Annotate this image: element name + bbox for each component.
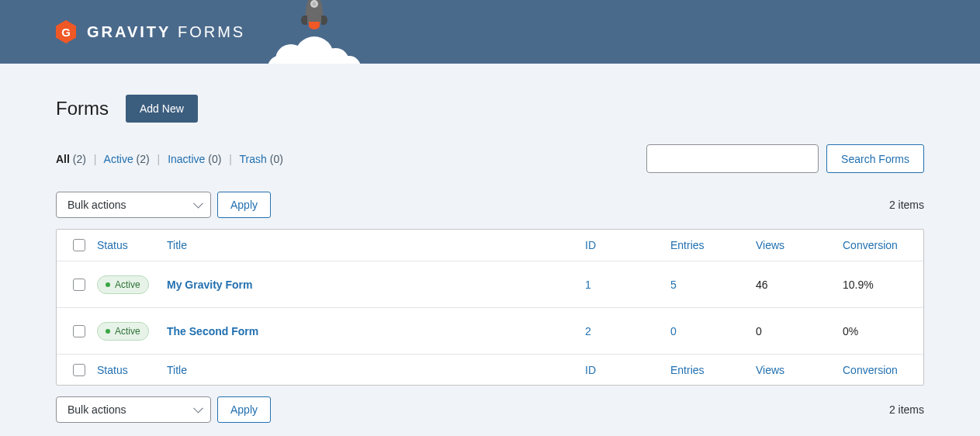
items-count: 2 items xyxy=(889,199,924,211)
filter-row: All (2) | Active (2) | Inactive (0) | Tr… xyxy=(56,144,924,173)
cloud-icon xyxy=(268,36,361,64)
footer-status[interactable]: Status xyxy=(92,364,162,376)
bulk-group: Bulk actions Apply xyxy=(56,192,271,218)
title-row: Forms Add New xyxy=(56,95,924,123)
brand-text-bold: GRAVITY xyxy=(87,23,171,40)
row-status-cell: Active xyxy=(92,322,162,341)
status-dot-icon xyxy=(106,329,110,334)
tab-active[interactable]: Active (2) xyxy=(104,153,150,165)
search-input[interactable] xyxy=(646,144,819,173)
tab-separator: | xyxy=(158,153,161,165)
row-views: 46 xyxy=(751,279,838,291)
bulk-select-wrap: Bulk actions xyxy=(56,396,211,423)
tab-trash[interactable]: Trash (0) xyxy=(240,153,283,165)
row-views: 0 xyxy=(751,325,838,337)
row-checkbox-cell xyxy=(66,279,92,291)
row-title[interactable]: My Gravity Form xyxy=(162,279,580,291)
row-entries[interactable]: 5 xyxy=(666,279,751,291)
footer-id[interactable]: ID xyxy=(580,364,666,376)
header-title[interactable]: Title xyxy=(162,239,580,251)
brand-logo-letter: G xyxy=(61,26,71,39)
table-row: Active The Second Form 2 0 0 0% xyxy=(57,307,923,354)
row-checkbox[interactable] xyxy=(73,279,85,291)
bulk-actions-select-bottom[interactable]: Bulk actions xyxy=(56,396,211,423)
apply-button[interactable]: Apply xyxy=(217,192,271,218)
row-checkbox[interactable] xyxy=(73,325,85,337)
apply-button-bottom[interactable]: Apply xyxy=(217,396,271,423)
tab-separator: | xyxy=(94,153,97,165)
header-entries[interactable]: Entries xyxy=(666,239,751,251)
select-all-checkbox-footer[interactable] xyxy=(73,364,85,376)
header-status[interactable]: Status xyxy=(92,239,162,251)
footer-title[interactable]: Title xyxy=(162,364,580,376)
row-checkbox-cell xyxy=(66,325,92,337)
rocket-icon: G xyxy=(303,0,326,34)
row-conversion: 10.9% xyxy=(838,279,914,291)
search-group: Search Forms xyxy=(646,144,924,173)
bulk-group: Bulk actions Apply xyxy=(56,396,271,423)
status-label: Active xyxy=(115,326,140,337)
bulk-row-bottom: Bulk actions Apply 2 items xyxy=(56,396,924,423)
status-badge[interactable]: Active xyxy=(97,275,149,294)
row-status-cell: Active xyxy=(92,275,162,294)
tab-separator: | xyxy=(229,153,232,165)
forms-table: Status Title ID Entries Views Conversion… xyxy=(56,229,924,386)
content-area: Forms Add New All (2) | Active (2) | Ina… xyxy=(0,64,980,436)
tab-all[interactable]: All (2) xyxy=(56,153,86,165)
header-checkbox-cell xyxy=(66,239,92,251)
bulk-actions-select[interactable]: Bulk actions xyxy=(56,192,211,218)
status-label: Active xyxy=(115,279,140,290)
rocket-illustration: G xyxy=(268,0,361,64)
header-conversion[interactable]: Conversion xyxy=(838,239,914,251)
bulk-select-wrap: Bulk actions xyxy=(56,192,211,218)
table-header-row: Status Title ID Entries Views Conversion xyxy=(57,230,923,261)
row-id[interactable]: 1 xyxy=(580,279,666,291)
row-title[interactable]: The Second Form xyxy=(162,325,580,337)
header-views[interactable]: Views xyxy=(751,239,838,251)
bulk-row-top: Bulk actions Apply 2 items xyxy=(56,192,924,218)
footer-conversion[interactable]: Conversion xyxy=(838,364,914,376)
footer-views[interactable]: Views xyxy=(751,364,838,376)
header-id[interactable]: ID xyxy=(580,239,666,251)
brand-text-light: FORMS xyxy=(171,23,245,40)
brand-text: GRAVITY FORMS xyxy=(87,23,245,41)
table-row: Active My Gravity Form 1 5 46 10.9% xyxy=(57,261,923,307)
row-id[interactable]: 2 xyxy=(580,325,666,337)
footer-entries[interactable]: Entries xyxy=(666,364,751,376)
row-conversion: 0% xyxy=(838,325,914,337)
brand: G GRAVITY FORMS xyxy=(56,20,245,43)
table-footer-row: Status Title ID Entries Views Conversion xyxy=(57,354,923,385)
row-entries[interactable]: 0 xyxy=(666,325,751,337)
items-count-bottom: 2 items xyxy=(889,403,924,416)
banner-header: G GRAVITY FORMS G xyxy=(0,0,980,64)
status-badge[interactable]: Active xyxy=(97,322,149,341)
status-dot-icon xyxy=(106,282,110,287)
add-new-button[interactable]: Add New xyxy=(126,95,198,123)
filter-tabs: All (2) | Active (2) | Inactive (0) | Tr… xyxy=(56,153,283,165)
footer-checkbox-cell xyxy=(66,364,92,376)
select-all-checkbox[interactable] xyxy=(73,239,85,251)
page-title: Forms xyxy=(56,98,109,119)
tab-inactive[interactable]: Inactive (0) xyxy=(168,153,221,165)
search-button[interactable]: Search Forms xyxy=(826,144,924,173)
brand-logo-icon: G xyxy=(56,20,76,43)
